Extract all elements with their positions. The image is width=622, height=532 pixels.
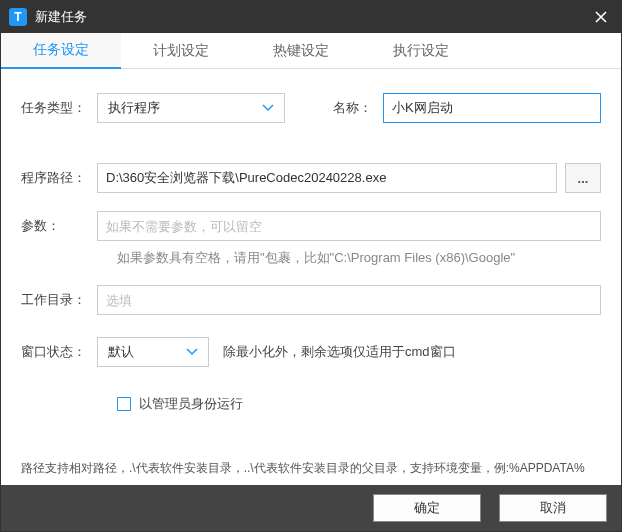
path-label: 程序路径： [21,169,97,187]
footer-bar: 确定 取消 [1,485,621,531]
row-type-name: 任务类型： 执行程序 名称： [21,93,601,123]
form-body: 任务类型： 执行程序 名称： 程序路径： ... 参数： 如果参数具有空格，请用… [1,69,621,485]
window-title: 新建任务 [35,8,589,26]
row-window: 窗口状态： 默认 除最小化外，剩余选项仅适用于cmd窗口 [21,337,601,367]
window-label: 窗口状态： [21,343,97,361]
row-path: 程序路径： ... [21,163,601,193]
task-type-select[interactable]: 执行程序 [97,93,285,123]
path-support-hint: 路径支持相对路径，.\代表软件安装目录，..\代表软件安装目录的父目录，支持环境… [21,460,601,477]
window-note: 除最小化外，剩余选项仅适用于cmd窗口 [223,343,456,361]
close-icon[interactable] [589,5,613,29]
chevron-down-icon [186,348,198,356]
tab-schedule-settings[interactable]: 计划设定 [121,33,241,69]
task-type-value: 执行程序 [108,99,256,117]
name-label: 名称： [333,99,383,117]
chevron-down-icon [262,104,274,112]
admin-label: 以管理员身份运行 [139,395,243,413]
row-args: 参数： [21,211,601,241]
tab-hotkey-settings[interactable]: 热键设定 [241,33,361,69]
browse-button[interactable]: ... [565,163,601,193]
cancel-button[interactable]: 取消 [499,494,607,522]
window-state-value: 默认 [108,343,180,361]
tab-execute-settings[interactable]: 执行设定 [361,33,481,69]
type-label: 任务类型： [21,99,97,117]
args-label: 参数： [21,217,97,235]
ok-button[interactable]: 确定 [373,494,481,522]
app-icon: T [9,8,27,26]
args-hint: 如果参数具有空格，请用"包裹，比如"C:\Program Files (x86)… [117,249,601,267]
row-workdir: 工作目录： [21,285,601,315]
program-path-input[interactable] [97,163,557,193]
window-state-select[interactable]: 默认 [97,337,209,367]
dialog-window: T 新建任务 任务设定 计划设定 热键设定 执行设定 任务类型： 执行程序 名称… [0,0,622,532]
admin-checkbox[interactable] [117,397,131,411]
tab-bar: 任务设定 计划设定 热键设定 执行设定 [1,33,621,69]
title-bar: T 新建任务 [1,1,621,33]
tab-task-settings[interactable]: 任务设定 [1,33,121,69]
row-admin: 以管理员身份运行 [117,395,601,413]
workdir-input[interactable] [97,285,601,315]
args-input[interactable] [97,211,601,241]
workdir-label: 工作目录： [21,291,97,309]
task-name-input[interactable] [383,93,601,123]
